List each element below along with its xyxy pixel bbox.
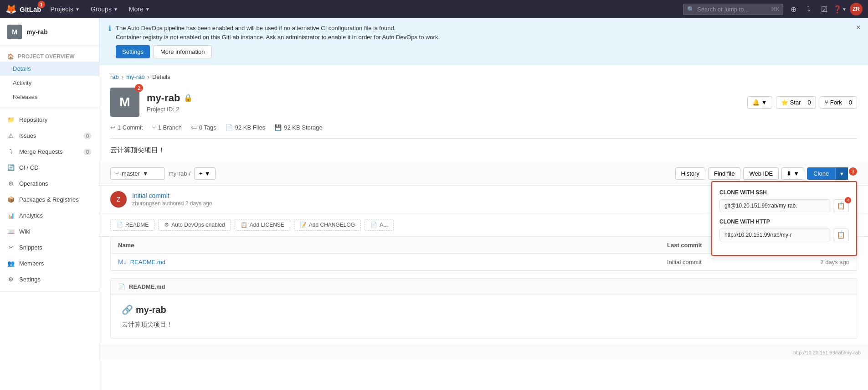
commit-action: authored: [162, 200, 184, 207]
groups-nav[interactable]: Groups ▼: [85, 0, 123, 18]
sidebar-overview-section: 🏠 Project overview Details Activity Rele…: [0, 46, 99, 108]
project-header: rab › my-rab › Details M 2 my-rab 🔒 Proj…: [99, 64, 868, 155]
more-icon: 📄: [370, 222, 377, 228]
download-caret-icon: ▼: [793, 170, 799, 177]
project-id: Project ID: 2: [147, 106, 740, 113]
project-stats: ↩ 1 Commit ⑂ 1 Branch 🏷 0 Tags 📄 92 KB F…: [110, 124, 857, 139]
user-avatar[interactable]: ZR: [850, 3, 863, 16]
files-icon: 📄: [226, 124, 233, 131]
sidebar-item-merge-requests[interactable]: ⤵ Merge Requests 0: [0, 144, 99, 160]
fork-icon: ⑂: [825, 99, 828, 106]
sidebar-item-cicd[interactable]: 🔄 CI / CD: [0, 160, 99, 176]
http-title: Clone with HTTP: [719, 218, 849, 225]
sidebar-item-analytics[interactable]: 📊 Analytics: [0, 208, 99, 224]
file-name-cell[interactable]: M↓ README.md: [118, 258, 667, 265]
find-file-button[interactable]: Find file: [708, 167, 741, 180]
settings-button[interactable]: Settings: [116, 45, 150, 58]
breadcrumb-sep1: ›: [122, 73, 123, 80]
sidebar-item-details[interactable]: Details: [0, 62, 99, 76]
alert-line2: Container registry is not enabled on thi…: [116, 33, 440, 42]
todo-icon-btn[interactable]: ☑: [817, 2, 832, 16]
gitlab-brand[interactable]: 🦊 GitLab 1: [5, 4, 41, 15]
search-placeholder: Search or jump to...: [697, 6, 749, 13]
breadcrumb: rab › my-rab › Details: [110, 73, 857, 80]
branches-icon: ⑂: [152, 124, 156, 131]
history-button[interactable]: History: [675, 167, 705, 180]
plus-icon-btn[interactable]: ⊕: [786, 2, 801, 16]
branch-selector[interactable]: ⑂ master ▼: [110, 167, 165, 180]
alert-actions: Settings More information: [116, 45, 440, 58]
sidebar-item-activity[interactable]: Activity: [0, 76, 99, 90]
toolbar-right-area: History Find file Web IDE ⬇ ▼ Clone ▼ 3: [675, 167, 858, 180]
more-nav[interactable]: More ▼: [123, 0, 155, 18]
packages-icon: 📦: [7, 196, 15, 203]
close-icon[interactable]: ×: [856, 23, 861, 32]
breadcrumb-current: Details: [152, 73, 170, 80]
help-icon-btn[interactable]: ❓▼: [832, 2, 847, 16]
sidebar-item-snippets[interactable]: ✂ Snippets: [0, 239, 99, 255]
alert-text-block: The Auto DevOps pipeline has been enable…: [116, 24, 440, 58]
http-url-input[interactable]: [719, 229, 830, 241]
clone-button-group: Clone ▼ 3: [807, 167, 857, 180]
copy-badge: 4: [845, 197, 851, 203]
sidebar-item-settings[interactable]: ⚙ Settings: [0, 271, 99, 287]
star-button[interactable]: ⭐ Star 0: [776, 96, 816, 109]
ssh-copy-button[interactable]: 📋 4: [833, 199, 849, 212]
sidebar-item-repository[interactable]: 📁 Repository: [0, 112, 99, 128]
snippets-icon: ✂: [7, 244, 15, 251]
more-caret-icon: ▼: [145, 7, 150, 12]
license-quick-btn[interactable]: 📋 Add LICENSE: [235, 219, 290, 231]
sidebar-overview-header[interactable]: 🏠 Project overview: [0, 50, 99, 62]
stat-tags[interactable]: 🏷 0 Tags: [191, 124, 216, 131]
more-info-button[interactable]: More information: [154, 45, 212, 58]
project-title: my-rab 🔒: [147, 92, 740, 104]
fork-button[interactable]: ⑂ Fork 0: [820, 96, 857, 109]
sidebar-item-operations[interactable]: ⚙ Operations: [0, 176, 99, 192]
readme-file-icon: 📄: [118, 283, 125, 290]
add-file-button[interactable]: + ▼: [194, 167, 215, 180]
overview-label: Project overview: [18, 53, 74, 60]
page-footer: http://10.20.151.99/rab/my-rab: [99, 346, 868, 359]
clone-caret-button[interactable]: ▼: [835, 167, 848, 180]
storage-icon: 💾: [274, 124, 282, 131]
http-copy-button[interactable]: 📋: [833, 229, 849, 241]
sidebar-item-packages[interactable]: 📦 Packages & Registries: [0, 192, 99, 208]
stat-commits[interactable]: ↩ 1 Commit: [110, 124, 143, 131]
web-ide-button[interactable]: Web IDE: [743, 167, 779, 180]
clone-badge: 3: [849, 167, 857, 176]
changelog-quick-btn[interactable]: 📝 Add CHANGELOG: [294, 219, 361, 231]
more-quick-btn[interactable]: 📄 A...: [365, 219, 394, 231]
notifications-button[interactable]: 🔔 ▼: [747, 96, 772, 109]
col-name: Name: [118, 242, 667, 249]
clone-main-button[interactable]: Clone: [807, 167, 835, 180]
lock-icon: 🔒: [184, 94, 193, 102]
download-button[interactable]: ⬇ ▼: [781, 167, 804, 180]
repo-path: my-rab /: [169, 170, 190, 177]
alert-line1: The Auto DevOps pipeline has been enable…: [116, 24, 440, 33]
sidebar-item-releases[interactable]: Releases: [0, 90, 99, 104]
issues-icon: ⚠: [7, 132, 15, 139]
projects-nav[interactable]: Projects ▼: [45, 0, 85, 18]
sidebar-item-wiki[interactable]: 📖 Wiki: [0, 224, 99, 239]
cicd-icon: 🔄: [7, 164, 15, 171]
merge-request-icon-btn[interactable]: ⤵: [801, 2, 816, 16]
ssh-url-input[interactable]: [719, 199, 830, 212]
search-box[interactable]: 🔍 Search or jump to... ⌘K: [683, 4, 783, 15]
breadcrumb-my-rab[interactable]: my-rab: [126, 73, 144, 80]
file-link[interactable]: README.md: [130, 259, 165, 265]
sidebar-item-members[interactable]: 👥 Members: [0, 255, 99, 271]
autodevops-quick-btn[interactable]: ⚙ Auto DevOps enabled: [158, 219, 231, 231]
sidebar-item-issues[interactable]: ⚠ Issues 0: [0, 128, 99, 144]
stat-branches[interactable]: ⑂ 1 Branch: [152, 124, 182, 131]
path-separator: /: [189, 170, 190, 177]
top-nav-right-area: 🔍 Search or jump to... ⌘K ⊕ ⤵ ☑ ❓▼ ZR: [683, 2, 863, 16]
merge-requests-icon: ⤵: [7, 148, 15, 155]
readme-quick-btn[interactable]: 📄 README: [110, 219, 154, 231]
operations-icon: ⚙: [7, 180, 15, 187]
projects-caret-icon: ▼: [75, 7, 80, 12]
readme-header-label: README.md: [129, 283, 165, 290]
star-count: 0: [804, 99, 811, 106]
breadcrumb-rab[interactable]: rab: [110, 73, 119, 80]
sidebar: M my-rab 🏠 Project overview Details Acti…: [0, 18, 99, 390]
commits-icon: ↩: [110, 124, 115, 131]
